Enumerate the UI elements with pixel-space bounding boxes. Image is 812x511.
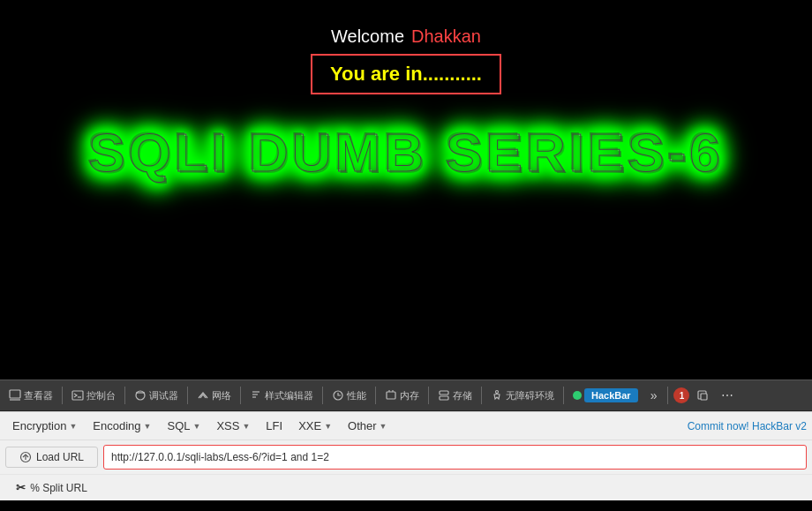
network-tool[interactable]: 网络 xyxy=(193,387,235,404)
welcome-line: Welcome Dhakkan xyxy=(331,26,481,47)
performance-icon xyxy=(332,389,344,402)
url-input[interactable] xyxy=(103,445,807,470)
sep1 xyxy=(62,387,63,404)
load-url-icon xyxy=(19,451,32,463)
encryption-menu[interactable]: Encryption ▼ xyxy=(5,417,84,435)
network-label: 网络 xyxy=(212,389,231,402)
console-label: 控制台 xyxy=(86,389,116,402)
encryption-label: Encryption xyxy=(12,419,66,432)
accessibility-label: 无障碍环境 xyxy=(506,389,554,402)
sql-label: SQL xyxy=(167,419,190,432)
svg-rect-7 xyxy=(387,392,395,399)
style-editor-label: 样式编辑器 xyxy=(265,389,313,402)
inspector-tool[interactable]: 查看器 xyxy=(5,387,56,404)
hackbar-panel: Encryption ▼ Encoding ▼ SQL ▼ XSS ▼ LFI … xyxy=(0,411,812,500)
encoding-label: Encoding xyxy=(93,419,140,432)
hackbar-badge: HackBar xyxy=(584,388,638,402)
sep9 xyxy=(563,387,564,404)
overflow-menu-button[interactable]: ⋯ xyxy=(716,387,739,404)
xxe-arrow: ▼ xyxy=(324,422,332,431)
sep10 xyxy=(667,387,668,404)
lfi-label: LFI xyxy=(266,419,282,432)
commit-button[interactable]: Commit now! HackBar v2 xyxy=(688,420,807,432)
inspector-icon xyxy=(9,389,21,402)
load-url-button[interactable]: Load URL xyxy=(5,447,98,468)
accessibility-icon xyxy=(491,389,503,402)
browser-toolbar: 查看器 控制台 调试器 网络 样式编辑器 xyxy=(0,379,812,411)
other-menu[interactable]: Other ▼ xyxy=(341,417,394,435)
hackbar-dot xyxy=(573,391,582,400)
memory-tool[interactable]: 内存 xyxy=(381,387,423,404)
xss-menu[interactable]: XSS ▼ xyxy=(209,417,257,435)
xss-label: XSS xyxy=(216,419,239,432)
style-editor-icon xyxy=(250,389,262,402)
memory-icon xyxy=(385,389,397,402)
performance-label: 性能 xyxy=(347,389,366,402)
error-badge: 1 xyxy=(673,387,689,403)
xss-arrow: ▼ xyxy=(242,422,250,431)
xxe-label: XXE xyxy=(298,419,321,432)
debugger-icon xyxy=(134,389,147,402)
split-icon: ✂ xyxy=(16,481,26,494)
console-tool[interactable]: 控制台 xyxy=(68,387,119,404)
debugger-label: 调试器 xyxy=(149,389,178,402)
other-arrow: ▼ xyxy=(380,422,387,431)
more-tools-button[interactable]: » xyxy=(645,387,663,404)
hackbar-tool[interactable]: HackBar xyxy=(569,387,642,404)
welcome-text: Welcome xyxy=(331,26,404,47)
xxe-menu[interactable]: XXE ▼ xyxy=(291,417,339,435)
encoding-menu[interactable]: Encoding ▼ xyxy=(86,417,158,435)
other-label: Other xyxy=(348,419,377,432)
sqli-title: SQLI DUMB SERIES-6 xyxy=(88,121,724,184)
storage-tool[interactable]: 存储 xyxy=(434,387,476,404)
sep3 xyxy=(187,387,188,404)
encryption-arrow: ▼ xyxy=(69,422,77,431)
svg-rect-0 xyxy=(10,390,20,398)
svg-rect-10 xyxy=(440,391,448,395)
sep6 xyxy=(375,387,376,404)
lfi-menu[interactable]: LFI xyxy=(259,417,289,435)
resize-svg xyxy=(696,389,709,402)
you-are-in-box: You are in........... xyxy=(311,54,501,94)
storage-icon xyxy=(438,389,450,402)
svg-rect-11 xyxy=(440,396,448,400)
sep5 xyxy=(322,387,323,404)
main-content: Welcome Dhakkan You are in........... SQ… xyxy=(0,0,812,379)
encoding-arrow: ▼ xyxy=(144,422,152,431)
sql-arrow: ▼ xyxy=(193,422,201,431)
load-url-label: Load URL xyxy=(36,451,84,463)
memory-label: 内存 xyxy=(400,389,419,402)
hackbar-menu: Encryption ▼ Encoding ▼ SQL ▼ XSS ▼ LFI … xyxy=(0,412,812,440)
style-editor-tool[interactable]: 样式编辑器 xyxy=(246,387,317,404)
svg-rect-14 xyxy=(701,394,707,400)
svg-point-12 xyxy=(496,391,499,394)
sep4 xyxy=(240,387,241,404)
sep2 xyxy=(124,387,125,404)
hackbar-split-row: ✂ % Split URL xyxy=(0,474,812,500)
inspector-label: 查看器 xyxy=(24,389,53,402)
sep8 xyxy=(481,387,482,404)
hackbar-url-row: Load URL xyxy=(0,440,812,474)
sql-menu[interactable]: SQL ▼ xyxy=(160,417,207,435)
split-url-button[interactable]: ✂ % Split URL xyxy=(5,478,98,497)
debugger-tool[interactable]: 调试器 xyxy=(131,387,182,404)
performance-tool[interactable]: 性能 xyxy=(328,387,370,404)
split-url-label: % Split URL xyxy=(30,482,87,494)
username-text: Dhakkan xyxy=(411,26,481,47)
accessibility-tool[interactable]: 无障碍环境 xyxy=(487,387,558,404)
sep7 xyxy=(428,387,429,404)
resize-icon[interactable] xyxy=(693,387,712,403)
you-are-in-text: You are in........... xyxy=(330,63,482,85)
console-icon xyxy=(71,389,84,402)
storage-label: 存储 xyxy=(453,389,472,402)
network-icon xyxy=(197,389,209,402)
